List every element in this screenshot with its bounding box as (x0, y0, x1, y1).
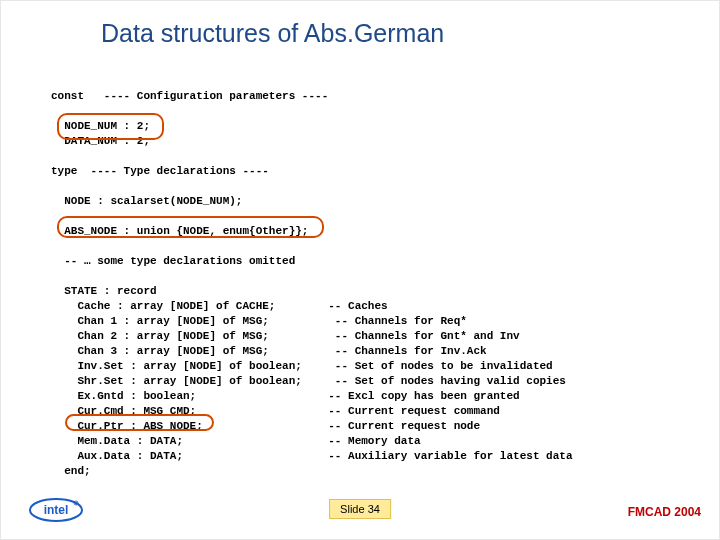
code-line: type ---- Type declarations ---- (51, 165, 269, 177)
code-line: NODE : scalarset(NODE_NUM); (51, 195, 242, 207)
code-line: NODE_NUM : 2; (51, 120, 150, 132)
code-line: Aux.Data : DATA; -- Auxiliary variable f… (51, 450, 573, 462)
code-line: Shr.Set : array [NODE] of boolean; -- Se… (51, 375, 566, 387)
slide-title: Data structures of Abs.German (101, 19, 444, 48)
code-line: STATE : record (51, 285, 157, 297)
intel-logo-icon: intel R (29, 495, 83, 525)
code-line: Cur.Ptr : ABS_NODE; -- Current request n… (51, 420, 480, 432)
code-line: ABS_NODE : union {NODE, enum{Other}}; (51, 225, 308, 237)
code-line: Chan 1 : array [NODE] of MSG; -- Channel… (51, 315, 467, 327)
code-line: -- … some type declarations omitted (51, 255, 295, 267)
code-line: Ex.Gntd : boolean; -- Excl copy has been… (51, 390, 520, 402)
code-line: DATA_NUM : 2; (51, 135, 150, 147)
conference-label: FMCAD 2004 (628, 505, 701, 519)
code-block: const ---- Configuration parameters ----… (51, 89, 691, 479)
code-line: const ---- Configuration parameters ---- (51, 90, 328, 102)
code-line: Chan 3 : array [NODE] of MSG; -- Channel… (51, 345, 487, 357)
slide: Data structures of Abs.German const ----… (0, 0, 720, 540)
code-line: Mem.Data : DATA; -- Memory data (51, 435, 421, 447)
code-line: Cur.Cmd : MSG_CMD; -- Current request co… (51, 405, 500, 417)
code-line: Chan 2 : array [NODE] of MSG; -- Channel… (51, 330, 520, 342)
code-line: end; (51, 465, 91, 477)
slide-number: Slide 34 (329, 499, 391, 519)
code-line: Inv.Set : array [NODE] of boolean; -- Se… (51, 360, 553, 372)
code-line: Cache : array [NODE] of CACHE; -- Caches (51, 300, 388, 312)
svg-text:intel: intel (44, 503, 69, 517)
